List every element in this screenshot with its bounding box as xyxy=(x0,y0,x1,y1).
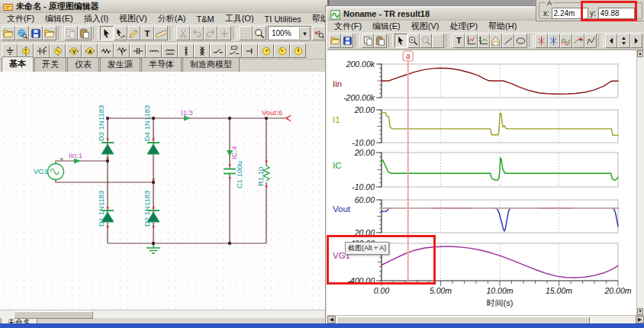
d1-label[interactable]: D1 1N1183 xyxy=(97,191,105,227)
c1-label[interactable]: C1 100u xyxy=(235,161,243,188)
menu-item[interactable]: 编辑(E) xyxy=(367,21,406,32)
relay-button[interactable] xyxy=(226,43,242,58)
crosshair-button[interactable] xyxy=(217,26,231,40)
taskbar-strip[interactable] xyxy=(0,323,644,328)
text-button[interactable]: T xyxy=(452,34,465,48)
wire-cursor-button[interactable] xyxy=(114,26,127,40)
vout-label[interactable]: Vout:6 xyxy=(262,108,282,117)
inductor-button[interactable] xyxy=(146,43,162,58)
component-search-button[interactable] xyxy=(312,26,326,40)
scroll-right-button[interactable]: ▶ xyxy=(636,316,644,323)
paste-button[interactable] xyxy=(374,34,386,48)
d2-label[interactable]: D2 1N1183 xyxy=(143,191,151,227)
menu-item[interactable]: 帮助(H) xyxy=(483,21,522,32)
diode-d3[interactable] xyxy=(101,143,114,154)
component-tab[interactable]: 半导体 xyxy=(141,57,182,72)
component-tab[interactable]: 发生源 xyxy=(100,57,140,72)
schematic-canvas[interactable]: + xyxy=(0,72,327,310)
component-tab[interactable]: 基本 xyxy=(2,56,34,72)
diode-d4[interactable] xyxy=(147,143,159,154)
menu-item[interactable]: 视图(V) xyxy=(406,21,445,32)
copy-button[interactable] xyxy=(362,34,374,48)
vout-pin[interactable] xyxy=(287,115,291,121)
vertical-scrollbar[interactable]: ▲ ▼ xyxy=(636,50,644,315)
trace-label-I1[interactable]: I1 xyxy=(333,115,340,124)
menu-item[interactable]: TI Utilities xyxy=(259,14,307,24)
trace-label-Iin[interactable]: Iin xyxy=(333,79,342,88)
menu-item[interactable]: 处理(P) xyxy=(444,21,483,32)
zoom-out-button[interactable] xyxy=(420,34,432,48)
menu-item[interactable]: 文件(F) xyxy=(2,13,40,24)
gauge3-button[interactable] xyxy=(290,43,306,58)
menu-item[interactable]: 插入(I) xyxy=(79,13,114,24)
ruler-button[interactable] xyxy=(154,26,168,40)
gauge2-button[interactable] xyxy=(274,43,290,58)
capacitor-c1[interactable] xyxy=(224,169,236,174)
copy-button[interactable] xyxy=(64,26,78,40)
globe-search-button[interactable] xyxy=(15,26,29,40)
capacitor-button[interactable] xyxy=(130,43,146,58)
zoom-in-button[interactable] xyxy=(407,34,420,48)
voltage-source-vg1[interactable]: + xyxy=(48,155,65,180)
redo-button[interactable] xyxy=(204,26,217,40)
ground-symbol[interactable] xyxy=(147,243,160,253)
arrow-left-button[interactable] xyxy=(605,34,617,48)
chart-house-button[interactable] xyxy=(490,34,502,48)
text-button[interactable]: T xyxy=(140,26,154,40)
d3-label[interactable]: D3 1N1183 xyxy=(97,105,105,141)
inductor-core-button[interactable] xyxy=(162,43,178,58)
menu-item[interactable]: T&M xyxy=(191,14,219,24)
scroll-down-arrow[interactable]: ▼ xyxy=(637,308,643,315)
grid-button[interactable] xyxy=(239,26,253,40)
voltmeter-button[interactable]: V xyxy=(66,43,82,58)
resistor-button[interactable] xyxy=(98,43,114,58)
d4-label[interactable]: D4 1N1183 xyxy=(143,105,151,141)
menu-item[interactable]: 工具(O) xyxy=(220,13,259,24)
line-button[interactable] xyxy=(502,34,514,48)
ic-label[interactable]: IC:4 xyxy=(230,146,238,159)
i1-label[interactable]: I1:3 xyxy=(181,108,193,117)
grid-button[interactable] xyxy=(432,34,444,48)
cursor-a-button[interactable] xyxy=(535,34,547,48)
iin-label[interactable]: Iin:1 xyxy=(69,151,82,159)
gauge1-button[interactable] xyxy=(258,43,274,58)
open-folder2-button[interactable] xyxy=(43,26,56,40)
menu-item[interactable]: 分析(A) xyxy=(153,13,192,24)
select-cursor-button[interactable] xyxy=(394,34,407,48)
component-tab[interactable]: 仪表 xyxy=(67,57,99,72)
chart-axes2-button[interactable] xyxy=(478,34,490,48)
arrow-right-button[interactable] xyxy=(630,34,642,48)
smooth-curves-button[interactable] xyxy=(560,34,572,48)
zoom-level-combo[interactable]: 100%▾ xyxy=(268,26,311,40)
ellipse-button[interactable] xyxy=(514,34,526,48)
save-button[interactable] xyxy=(341,34,353,48)
battery-button[interactable] xyxy=(34,43,50,58)
paste-button[interactable] xyxy=(78,26,92,40)
scroll-up-arrow[interactable]: ▲ xyxy=(637,50,643,57)
trace-label-IC[interactable]: IC xyxy=(333,161,342,170)
component-tab[interactable]: 制造商模型 xyxy=(182,57,240,72)
left-titlebar[interactable]: 未命名 - 原理图编辑器 xyxy=(0,0,327,13)
scroll-left-button[interactable]: ◀ xyxy=(327,316,336,323)
pencil-button[interactable] xyxy=(127,26,141,40)
menu-item[interactable]: 视图(V) xyxy=(114,13,153,24)
chart-axes-button[interactable] xyxy=(465,34,477,48)
polyline-button[interactable] xyxy=(584,34,597,48)
menu-item[interactable]: 文件(F) xyxy=(329,21,367,32)
open-folder-button[interactable] xyxy=(2,26,15,40)
wires[interactable] xyxy=(56,118,287,243)
r1-label[interactable]: R1 10 xyxy=(256,167,265,186)
undo-button[interactable] xyxy=(190,26,204,40)
zoom-button[interactable] xyxy=(253,26,266,40)
scrollbar-thumb[interactable] xyxy=(14,311,93,319)
switch-button[interactable] xyxy=(210,43,226,58)
coupled-inductors-button[interactable] xyxy=(178,43,194,58)
transformer-button[interactable] xyxy=(194,43,210,58)
jumper-button[interactable] xyxy=(242,43,258,58)
menu-item[interactable]: 编辑(E) xyxy=(40,13,79,24)
trace-label-Vout[interactable]: Vout xyxy=(333,204,351,214)
add-marker-button[interactable] xyxy=(572,34,584,48)
cut-button[interactable] xyxy=(176,26,190,40)
select-cursor-button[interactable] xyxy=(100,26,114,40)
component-tab[interactable]: 开关 xyxy=(34,57,66,72)
